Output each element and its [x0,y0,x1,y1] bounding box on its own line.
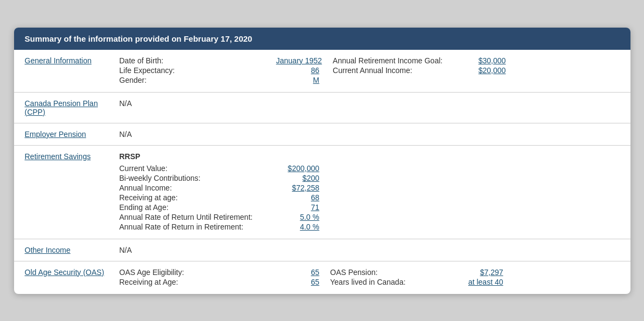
card-body: General InformationDate of Birth:January… [14,50,630,294]
section-general-information: General InformationDate of Birth:January… [14,50,630,93]
field-label: Life Expectancy: [119,66,276,75]
field-value: 86 [276,66,320,75]
right-label: Years lived in Canada: [330,278,444,286]
section-label-employer-pension[interactable]: Employer Pension [25,130,119,139]
field-value: $72,258 [276,184,320,192]
section-oas: Old Age Security (OAS)OAS Age Eligibilit… [14,261,630,294]
field-row: Annual Rate of Return Until Retirement:5… [119,213,620,221]
right-label: OAS Pension: [330,268,444,277]
right-value: $7,297 [480,268,503,277]
right-value: $20,000 [479,66,506,75]
section-content-retirement-savings: RRSPCurrent Value:$200,000Bi-weekly Cont… [119,152,620,232]
field-label: Receiving at age: [119,193,276,202]
field-value: 5.0 % [276,213,320,221]
field-row: Annual Income:$72,258 [119,184,620,192]
section-content-employer-pension: N/A [119,130,620,139]
field-label: Current Value: [119,164,276,173]
field-label: Annual Rate of Return in Retirement: [119,222,276,231]
section-content-oas: OAS Age Eligibility:65Receiving at Age:6… [119,268,620,287]
field-value: M [276,76,320,84]
field-row: Life Expectancy:86 [119,66,322,75]
field-row: Ending at Age:71 [119,203,620,212]
section-other-income: Other IncomeN/A [14,239,630,261]
section-cpp: Canada Pension Plan (CPP)N/A [14,93,630,123]
section-content-cpp: N/A [119,99,620,116]
field-value: $200,000 [276,164,320,173]
field-label: Bi-weekly Contributions: [119,174,276,182]
right-row: Years lived in Canada:at least 40 [330,278,503,286]
section-inner: Date of Birth:January 1952Life Expectanc… [119,56,620,86]
na-text: N/A [119,99,132,108]
field-value: 65 [276,268,320,277]
field-label: Gender: [119,76,276,84]
na-text: N/A [119,130,132,139]
section-label-general-information[interactable]: General Information [25,56,119,86]
field-row: Receiving at age:68 [119,193,620,202]
field-value: 71 [276,203,320,212]
right-label: Current Annual Income: [333,66,446,75]
header-title: Summary of the information provided on F… [25,34,253,43]
summary-card: Summary of the information provided on F… [14,28,630,294]
field-row: Gender:M [119,76,322,84]
field-row: Date of Birth:January 1952 [119,56,322,65]
rrsp-subtitle: RRSP [119,152,620,161]
field-label: Receiving at Age: [119,278,276,286]
right-value: at least 40 [468,278,503,286]
field-label: Annual Income: [119,184,276,192]
section-retirement-savings: Retirement SavingsRRSPCurrent Value:$200… [14,146,630,239]
section-label-retirement-savings[interactable]: Retirement Savings [25,152,119,232]
field-label: Ending at Age: [119,203,276,212]
field-label: Date of Birth: [119,56,276,65]
field-row: Receiving at Age:65 [119,278,320,286]
field-label: Annual Rate of Return Until Retirement: [119,213,276,221]
field-label: OAS Age Eligibility: [119,268,276,277]
right-col: Annual Retirement Income Goal:$30,000Cur… [333,56,506,86]
field-row: Annual Rate of Return in Retirement:4.0 … [119,222,620,231]
section-label-oas[interactable]: Old Age Security (OAS) [25,268,119,287]
field-value: $200 [276,174,320,182]
right-value: $30,000 [479,56,506,65]
field-row: OAS Age Eligibility:65 [119,268,320,277]
field-value: 65 [276,278,320,286]
section-label-other-income[interactable]: Other Income [25,246,119,254]
field-value: 68 [276,193,320,202]
section-content-other-income: N/A [119,246,620,254]
right-label: Annual Retirement Income Goal: [333,56,446,65]
field-row: Current Value:$200,000 [119,164,620,173]
field-value: January 1952 [276,56,322,65]
section-inner: OAS Age Eligibility:65Receiving at Age:6… [119,268,620,287]
left-part: Date of Birth:January 1952Life Expectanc… [119,56,322,86]
right-row: OAS Pension:$7,297 [330,268,503,277]
left-part: OAS Age Eligibility:65Receiving at Age:6… [119,268,320,287]
section-label-cpp[interactable]: Canada Pension Plan (CPP) [25,99,119,116]
field-row: Bi-weekly Contributions:$200 [119,174,620,182]
section-employer-pension: Employer PensionN/A [14,123,630,146]
card-header: Summary of the information provided on F… [14,28,630,50]
section-content-general-information: Date of Birth:January 1952Life Expectanc… [119,56,620,86]
right-row: Annual Retirement Income Goal:$30,000 [333,56,506,65]
field-value: 4.0 % [276,222,320,231]
na-text: N/A [119,246,132,254]
right-col: OAS Pension:$7,297Years lived in Canada:… [330,268,503,287]
right-row: Current Annual Income:$20,000 [333,66,506,75]
